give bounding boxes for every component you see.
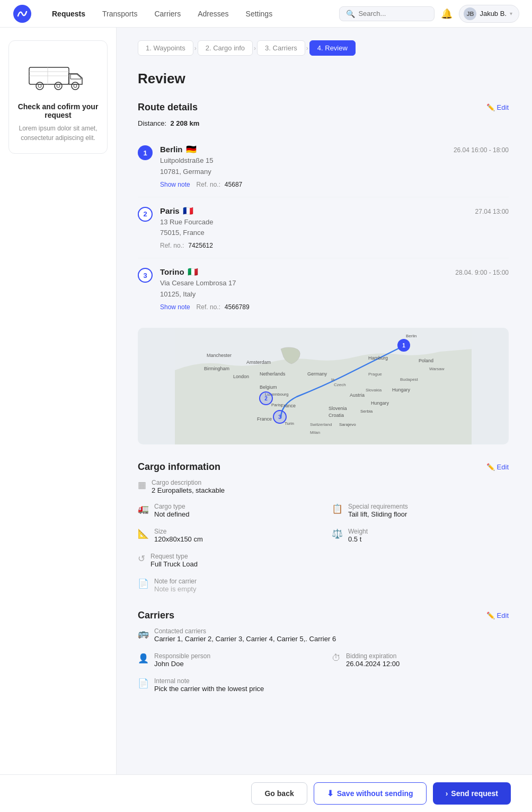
- cargo-type-label: Cargo type: [154, 503, 190, 510]
- cargo-type-value: Not defined: [154, 510, 190, 518]
- navbar-right: 🔍 🔔 JB Jakub B. ▾: [339, 5, 519, 23]
- svg-text:Poland: Poland: [419, 358, 433, 363]
- svg-point-3: [38, 84, 41, 88]
- svg-point-6: [72, 82, 79, 90]
- svg-text:Switzerland: Switzerland: [310, 422, 332, 427]
- cargo-section-header: Cargo information ✏️ Edit: [138, 461, 509, 473]
- request-type-value: Full Truck Load: [150, 560, 198, 568]
- route-edit-button[interactable]: ✏️ Edit: [486, 103, 509, 111]
- cargo-description-label: Cargo description: [152, 479, 225, 486]
- distance-label: Distance: 2 208 km: [138, 119, 509, 127]
- nav-addresses[interactable]: Adresses: [190, 6, 236, 21]
- clock-icon: ⏱: [332, 653, 341, 663]
- step-cargo[interactable]: 2. Cargo info: [198, 40, 253, 56]
- edit-pencil-icon: ✏️: [486, 612, 495, 619]
- route-section-title: Route details: [138, 102, 198, 113]
- edit-pencil-icon: ✏️: [486, 103, 495, 111]
- nav-carriers[interactable]: Carriers: [147, 6, 188, 21]
- edit-pencil-icon: ✏️: [486, 463, 495, 471]
- svg-text:ia: ia: [331, 377, 335, 382]
- navbar: Requests Transports Carriers Adresses Se…: [0, 0, 532, 28]
- cargo-type-row: 🚛 Cargo type Not defined: [138, 503, 315, 518]
- responsible-label: Responsible person: [154, 652, 210, 660]
- person-icon: 👤: [138, 653, 149, 664]
- nav-settings[interactable]: Settings: [238, 6, 280, 21]
- go-back-button[interactable]: Go back: [251, 782, 307, 805]
- svg-text:Prague: Prague: [368, 372, 382, 377]
- waypoint-list: 1 Berlin 🇩🇪 Luitpoldstraße 15 10781, Ger…: [138, 136, 509, 319]
- waypoint-postal: 10125, Italy: [160, 289, 448, 300]
- search-input[interactable]: [358, 10, 428, 18]
- show-note-link[interactable]: Show note: [160, 303, 190, 311]
- internal-note-row: 📄 Internal note Pick the carrier with th…: [138, 677, 509, 693]
- step-waypoints[interactable]: 1. Waypoints: [138, 40, 193, 56]
- svg-text:Slovenia: Slovenia: [329, 406, 347, 411]
- waypoint-address: 13 Rue Fourcade: [160, 217, 468, 228]
- waypoint-city: Berlin 🇩🇪: [160, 144, 446, 154]
- special-req-label: Special requirements: [348, 503, 408, 510]
- notification-bell-icon[interactable]: 🔔: [441, 8, 453, 20]
- waypoint-ref-value: 7425612: [188, 242, 213, 249]
- svg-text:Budapest: Budapest: [400, 377, 419, 382]
- svg-text:Austria: Austria: [350, 392, 365, 398]
- cargo-edit-button[interactable]: ✏️ Edit: [486, 463, 509, 471]
- svg-text:Amsterdam: Amsterdam: [246, 360, 271, 365]
- waypoint-city: Torino 🇮🇹: [160, 267, 448, 277]
- carriers-section-header: Carriers ✏️ Edit: [138, 610, 509, 621]
- waypoint-time: 26.04 16:00 - 18:00: [454, 146, 509, 188]
- route-section-header: Route details ✏️ Edit: [138, 102, 509, 113]
- sidebar: Check and cofirm your request Lorem ipsu…: [0, 28, 117, 812]
- waypoint-address: Via Cesare Lombrosa 17: [160, 278, 448, 289]
- truck-illustration: [26, 51, 90, 94]
- waypoint-item: 3 Torino 🇮🇹 Via Cesare Lombrosa 17 10125…: [138, 258, 509, 319]
- svg-text:Czech: Czech: [334, 382, 346, 387]
- waypoint-ref-prefix: Ref. no.:: [197, 181, 220, 188]
- svg-text:Slovakia: Slovakia: [366, 388, 382, 392]
- weight-row: ⚖️ Weight 0.5 t: [332, 528, 509, 543]
- svg-text:London: London: [233, 374, 249, 379]
- contacted-value: Carrier 1, Carrier 2, Carrier 3, Carrier…: [154, 635, 336, 643]
- waypoint-city: Paris 🇫🇷: [160, 206, 468, 216]
- special-req-value: Tail lift, Sliding floor: [348, 510, 408, 518]
- user-name: Jakub B.: [480, 10, 507, 18]
- flag-icon: 🇩🇪: [186, 144, 197, 154]
- weight-value: 0.5 t: [348, 535, 368, 543]
- step-carriers[interactable]: 3. Carriers: [257, 40, 305, 56]
- distance-value: 2 208 km: [170, 119, 199, 127]
- search-bar[interactable]: 🔍: [339, 6, 435, 21]
- waypoint-postal: 10781, Germany: [160, 167, 446, 178]
- page-layout: Check and cofirm your request Lorem ipsu…: [0, 28, 532, 812]
- responsible-value: John Doe: [154, 660, 210, 668]
- svg-text:Birmingham: Birmingham: [204, 366, 229, 371]
- carriers-icon: 🚌: [138, 628, 149, 639]
- bidding-row: ⏱ Bidding expiration 26.04.2024 12:00: [332, 652, 509, 668]
- svg-point-5: [57, 84, 60, 88]
- special-req-row: 📋 Special requirements Tail lift, Slidin…: [332, 503, 509, 518]
- svg-text:Netherlands: Netherlands: [260, 371, 286, 377]
- send-request-button[interactable]: › Send request: [433, 782, 511, 805]
- nav-requests[interactable]: Requests: [45, 6, 93, 21]
- carriers-edit-button[interactable]: ✏️ Edit: [486, 612, 509, 619]
- nav-transports[interactable]: Transports: [95, 6, 145, 21]
- waypoint-time: 28.04. 9:00 - 15:00: [455, 269, 509, 311]
- svg-text:Croatia: Croatia: [329, 413, 344, 418]
- step-review[interactable]: 4. Review: [309, 40, 356, 56]
- send-icon: ›: [446, 789, 448, 798]
- carrier-note-row: 📄 Note for carrier Note is empty: [138, 578, 509, 593]
- svg-text:Hamburg: Hamburg: [368, 355, 388, 361]
- show-note-link[interactable]: Show note: [160, 181, 190, 188]
- chevron-down-icon: ▾: [510, 11, 512, 16]
- cargo-section-title: Cargo information: [138, 461, 220, 473]
- carriers-section-title: Carriers: [138, 610, 174, 621]
- svg-text:Warsaw: Warsaw: [429, 366, 445, 371]
- size-row: 📐 Size 120x80x150 cm: [138, 528, 315, 543]
- sidebar-desc: Lorem ipsum dolor sit amet, consectetur …: [17, 124, 99, 143]
- sidebar-card: Check and cofirm your request Lorem ipsu…: [8, 40, 108, 154]
- carriers-two-col: 👤 Responsible person John Doe ⏱ Bidding …: [138, 652, 509, 668]
- app-logo[interactable]: [13, 4, 32, 23]
- carrier-note-label: Note for carrier: [154, 578, 197, 585]
- size-value: 120x80x150 cm: [154, 535, 203, 543]
- user-chip[interactable]: JB Jakub B. ▾: [459, 5, 519, 23]
- save-without-sending-button[interactable]: ⬇ Save without sending: [314, 782, 427, 805]
- carriers-section: Carriers ✏️ Edit 🚌 Contacted carriers Ca…: [138, 610, 509, 693]
